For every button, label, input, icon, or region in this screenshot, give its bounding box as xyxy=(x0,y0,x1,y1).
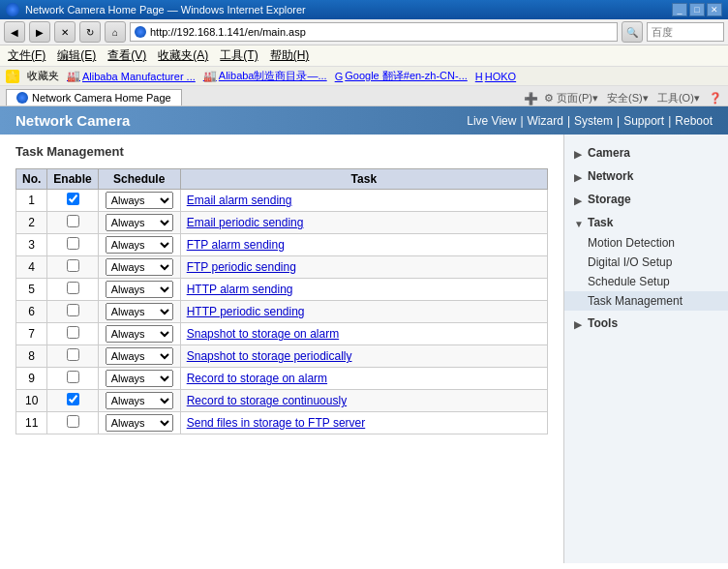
cell-enable xyxy=(47,412,98,434)
close-button[interactable]: ✕ xyxy=(707,3,722,16)
task-link[interactable]: Snapshot to storage periodically xyxy=(187,349,352,363)
maximize-button[interactable]: □ xyxy=(689,3,705,16)
cell-task: HTTP periodic sending xyxy=(180,301,547,323)
cell-schedule: Always xyxy=(98,190,180,212)
sidebar-header-network[interactable]: ▶ Network xyxy=(564,165,728,187)
page-icon xyxy=(135,26,146,38)
sidebar-item-task-management[interactable]: Task Management xyxy=(564,291,728,311)
main-content: Task Management No. Enable Schedule Task… xyxy=(0,135,563,563)
tab-add-button[interactable]: ➕ xyxy=(524,92,538,105)
menu-tools[interactable]: 工具(T) xyxy=(220,47,258,64)
schedule-select[interactable]: Always xyxy=(106,325,173,343)
task-link[interactable]: Record to storage continuously xyxy=(187,394,347,407)
back-button[interactable]: ◀ xyxy=(4,21,25,43)
cell-no: 3 xyxy=(16,234,47,256)
cell-schedule: Always xyxy=(98,368,180,390)
fav-item-1[interactable]: 🏭 Alibaba Manufacturer ... xyxy=(67,70,196,82)
nav-wizard[interactable]: Wizard xyxy=(528,114,563,128)
cell-enable xyxy=(47,190,98,212)
task-link[interactable]: Email alarm sending xyxy=(187,194,292,207)
cell-enable xyxy=(47,234,98,256)
fav-item-3[interactable]: G Google 翻译#en-zh-CN-... xyxy=(335,69,468,83)
sidebar-item-digital-io[interactable]: Digital I/O Setup xyxy=(564,253,728,272)
menu-help[interactable]: 帮助(H) xyxy=(270,47,310,64)
favorites-bar: ⭐ 收藏夹 🏭 Alibaba Manufacturer ... 🏭 Aliba… xyxy=(0,67,728,86)
search-input[interactable] xyxy=(647,22,724,42)
enable-checkbox[interactable] xyxy=(67,371,79,383)
enable-checkbox[interactable] xyxy=(67,237,79,250)
fav-item-2[interactable]: 🏭 Alibaba制造商目录—... xyxy=(203,69,327,83)
sidebar-item-motion-detection[interactable]: Motion Detection xyxy=(564,233,728,253)
forward-button[interactable]: ▶ xyxy=(29,21,50,43)
refresh-button[interactable]: ↻ xyxy=(79,21,101,43)
address-input[interactable] xyxy=(150,26,613,38)
search-addon-button[interactable]: 🔍 xyxy=(622,21,643,43)
schedule-select[interactable]: Always xyxy=(106,370,173,387)
task-link[interactable]: FTP periodic sending xyxy=(187,260,296,274)
menu-favorites[interactable]: 收藏夹(A) xyxy=(158,47,208,64)
browser-tab[interactable]: Network Camera Home Page xyxy=(6,89,182,105)
enable-checkbox[interactable] xyxy=(67,326,79,339)
menu-edit[interactable]: 编辑(E) xyxy=(57,47,96,64)
schedule-select[interactable]: Always xyxy=(106,281,173,298)
enable-checkbox[interactable] xyxy=(67,215,79,227)
cell-task: HTTP alarm sending xyxy=(180,279,547,301)
task-link[interactable]: Email periodic sending xyxy=(187,216,304,229)
table-row: 10AlwaysRecord to storage continuously xyxy=(16,390,548,412)
sidebar-header-camera[interactable]: ▶ Camera xyxy=(564,142,728,164)
enable-checkbox[interactable] xyxy=(67,193,79,205)
stop-button[interactable]: ✕ xyxy=(54,21,76,43)
schedule-select[interactable]: Always xyxy=(106,258,173,276)
table-row: 5AlwaysHTTP alarm sending xyxy=(16,279,548,301)
nav-support[interactable]: Support xyxy=(623,114,664,128)
schedule-select[interactable]: Always xyxy=(106,392,173,409)
sidebar-item-schedule-setup[interactable]: Schedule Setup xyxy=(564,272,728,291)
nav-system[interactable]: System xyxy=(574,114,613,128)
menu-file[interactable]: 文件(F) xyxy=(8,47,46,64)
task-link[interactable]: HTTP alarm sending xyxy=(187,283,293,296)
cell-no: 2 xyxy=(16,212,47,234)
enable-checkbox[interactable] xyxy=(67,415,79,428)
task-link[interactable]: FTP alarm sending xyxy=(187,238,285,252)
enable-checkbox[interactable] xyxy=(67,348,79,361)
cell-no: 7 xyxy=(16,323,47,345)
chevron-right-icon: ▶ xyxy=(574,149,582,157)
schedule-select[interactable]: Always xyxy=(106,236,173,254)
fav-item-4[interactable]: H HOKO xyxy=(475,71,516,82)
sidebar-header-tools[interactable]: ▶ Tools xyxy=(564,313,728,334)
task-link[interactable]: Snapshot to storage on alarm xyxy=(187,327,339,341)
task-link[interactable]: Send files in storage to FTP server xyxy=(187,416,366,430)
minimize-button[interactable]: _ xyxy=(672,3,687,16)
sidebar-group-storage: ▶ Storage xyxy=(564,189,728,210)
sidebar-group-tools: ▶ Tools xyxy=(564,313,728,334)
col-schedule: Schedule xyxy=(98,169,180,190)
task-link[interactable]: Record to storage on alarm xyxy=(187,372,327,385)
schedule-select[interactable]: Always xyxy=(106,192,173,209)
sidebar-header-task[interactable]: ▼ Task xyxy=(564,212,728,233)
schedule-select[interactable]: Always xyxy=(106,414,173,432)
sidebar-header-storage[interactable]: ▶ Storage xyxy=(564,189,728,210)
menu-view[interactable]: 查看(V) xyxy=(107,47,146,64)
enable-checkbox[interactable] xyxy=(67,282,79,294)
table-row: 7AlwaysSnapshot to storage on alarm xyxy=(16,323,548,345)
enable-checkbox[interactable] xyxy=(67,393,79,405)
address-bar[interactable] xyxy=(130,22,618,42)
task-link[interactable]: HTTP periodic sending xyxy=(187,305,305,318)
page-nav-tools[interactable]: ⚙ 页面(P)▾ 安全(S)▾ 工具(O)▾ ❓ xyxy=(544,91,722,105)
nav-reboot[interactable]: Reboot xyxy=(675,114,713,128)
page-header: Network Camera Live View | Wizard | Syst… xyxy=(0,106,728,135)
enable-checkbox[interactable] xyxy=(67,304,79,316)
schedule-select[interactable]: Always xyxy=(106,347,173,365)
schedule-select[interactable]: Always xyxy=(106,214,173,231)
menu-bar: 文件(F) 编辑(E) 查看(V) 收藏夹(A) 工具(T) 帮助(H) xyxy=(0,45,728,67)
home-button[interactable]: ⌂ xyxy=(105,21,126,43)
schedule-select[interactable]: Always xyxy=(106,303,173,320)
cell-schedule: Always xyxy=(98,279,180,301)
nav-liveview[interactable]: Live View xyxy=(467,114,516,128)
sidebar-group-task: ▼ Task Motion Detection Digital I/O Setu… xyxy=(564,212,728,311)
cell-schedule: Always xyxy=(98,256,180,279)
cell-schedule: Always xyxy=(98,390,180,412)
cell-enable xyxy=(47,256,98,279)
cell-task: Email periodic sending xyxy=(180,212,547,234)
enable-checkbox[interactable] xyxy=(67,259,79,272)
